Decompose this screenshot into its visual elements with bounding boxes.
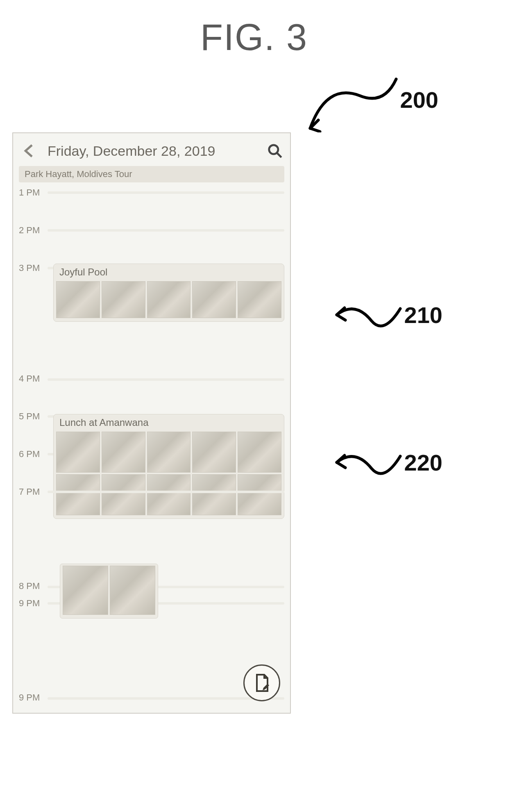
allday-event[interactable]: Park Hayatt, Moldives Tour [19,166,284,182]
search-button[interactable] [267,143,283,159]
timeline: 1 PM 2 PM 3 PM Joyful Pool [13,187,290,705]
back-button[interactable] [20,142,38,159]
header: Friday, December 28, 2019 [13,133,290,166]
calendar-day-view: Friday, December 28, 2019 Park Hayatt, M… [12,132,291,714]
callout-label: 200 [400,86,438,113]
timeline-inner: 1 PM 2 PM 3 PM Joyful Pool [19,187,284,705]
thumbnail[interactable] [102,432,145,473]
hour-row: 4 PM [19,300,284,410]
hour-line [48,697,284,700]
compose-fab[interactable] [243,664,280,701]
hour-line [48,191,284,194]
chevron-left-icon [20,142,38,159]
hour-label: 8 PM [19,523,48,591]
hour-line [48,491,284,493]
svg-line-1 [277,153,281,157]
hour-label: 3 PM [19,262,48,273]
callout-220: 220 [331,444,442,481]
phone-wrap: 200 210 220 230 Friday, December 28, 201… [12,132,299,714]
hour-label: 7 PM [19,486,48,497]
thumbnail[interactable] [238,432,281,473]
date-title: Friday, December 28, 2019 [38,143,267,159]
thumbnail[interactable] [56,432,100,473]
hour-label: 2 PM [19,224,48,236]
hour-label: 6 PM [19,448,48,459]
hour-row: 2 PM [19,224,284,262]
hour-line [48,378,284,381]
event-title: Lunch at Amanwana [54,414,284,430]
thumbnail[interactable] [147,432,191,473]
hour-row: 1 PM [19,187,284,224]
event-title: Joyful Pool [54,264,284,280]
new-note-icon [252,673,272,693]
hour-label: 5 PM [19,410,48,422]
hour-row: 7 PM [19,486,284,523]
thumbnail[interactable] [192,432,236,473]
search-icon [267,143,283,159]
svg-point-0 [269,145,278,154]
callout-label: 210 [404,302,442,328]
callout-200: 200 [302,67,438,132]
hour-label: 1 PM [19,187,48,198]
hour-label: 4 PM [19,300,48,384]
thumbnail-row [60,564,158,618]
callout-210: 210 [331,296,442,333]
event-card-untitled[interactable] [60,564,158,619]
thumbnail[interactable] [63,566,108,615]
hour-line [48,229,284,232]
callout-label: 220 [404,449,442,476]
hour-label: 9 PM [19,597,48,609]
thumbnail[interactable] [110,566,155,615]
hour-row: 9 PM [19,635,284,705]
hour-label: 9 PM [19,635,48,703]
figure-label: FIG. 3 [0,16,508,59]
